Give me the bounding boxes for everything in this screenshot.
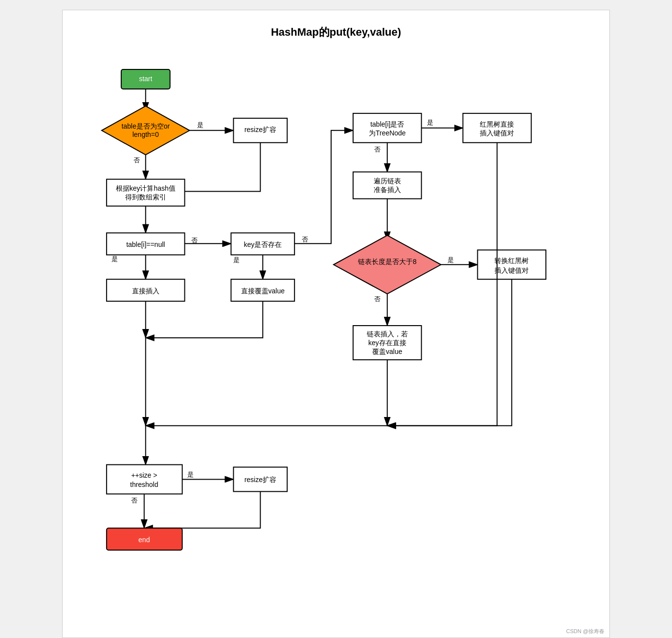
traverse-list-label2: 准备插入	[374, 186, 401, 194]
label-yes-sizecheck: 是	[187, 471, 194, 478]
rb-convert-label1: 转换红黑树	[494, 257, 529, 264]
check-table-label2: length=0	[133, 131, 159, 138]
label-yes-checknull: 是	[112, 255, 118, 263]
cover-value1-label: 直接覆盖value	[241, 287, 285, 295]
label-yes-checklen: 是	[448, 256, 454, 264]
resize1-label: resize扩容	[245, 126, 276, 133]
calc-hash-label1: 根据key计算hash值	[116, 184, 176, 192]
check-treenode-label2: 为TreeNode	[369, 129, 406, 137]
traverse-list-label1: 遍历链表	[374, 177, 401, 185]
size-check-node	[107, 464, 182, 494]
arrow-checkkey-no	[294, 131, 353, 244]
flowchart-svg: start table是否为空or length=0 是 resize扩容 否 …	[82, 54, 590, 616]
check-key-label: key是否存在	[244, 241, 282, 248]
check-treenode-label1: table[i]是否	[370, 120, 404, 128]
rb-insert1-node	[463, 113, 532, 143]
start-label: start	[139, 75, 152, 83]
rb-insert1-label2: 插入键值对	[480, 129, 514, 137]
diagram-container: HashMap的put(key,value) start table是否为空or…	[62, 10, 610, 638]
rb-convert-node	[477, 250, 546, 279]
label-no-checklen: 否	[374, 295, 381, 303]
label-no-checktreenode: 否	[374, 146, 381, 153]
traverse-list-node	[353, 172, 422, 199]
label-no-checkkey: 否	[302, 236, 308, 243]
size-check-label2: threshold	[130, 481, 158, 488]
check-null-label: table[i]==null	[126, 241, 165, 248]
watermark: CSDN @徐寿春	[566, 628, 605, 635]
label-yes-checktreenode: 是	[427, 119, 433, 126]
calc-hash-label2: 得到数组索引	[125, 193, 166, 201]
diagram-title: HashMap的put(key,value)	[82, 25, 590, 40]
arrow-resize2-end	[144, 491, 261, 528]
check-len-label: 链表长度是否大于8	[358, 258, 417, 265]
resize2-label: resize扩容	[245, 476, 276, 484]
calc-hash-node	[107, 179, 185, 206]
direct-insert-label: 直接插入	[132, 287, 159, 295]
label-no-checktable: 否	[134, 156, 140, 164]
check-table-label1: table是否为空or	[121, 123, 170, 131]
rb-convert-label2: 插入键值对	[494, 266, 529, 274]
label-no-sizecheck: 否	[131, 497, 137, 504]
label-yes-resize1: 是	[197, 121, 203, 129]
arrow-covervalue-merge	[146, 301, 263, 338]
rb-insert1-label1: 红黑树直接	[480, 120, 514, 128]
check-treenode-node	[353, 113, 422, 143]
label-no-checknull: 否	[191, 237, 198, 244]
end-label: end	[138, 536, 150, 544]
size-check-label1: ++size >	[131, 471, 157, 479]
label-yes-checkkey: 是	[233, 256, 240, 264]
list-insert-label1: 链表插入，若	[366, 330, 408, 338]
list-insert-label2: key存在直接	[368, 339, 406, 347]
list-insert-label3: 覆盖value	[372, 348, 403, 355]
